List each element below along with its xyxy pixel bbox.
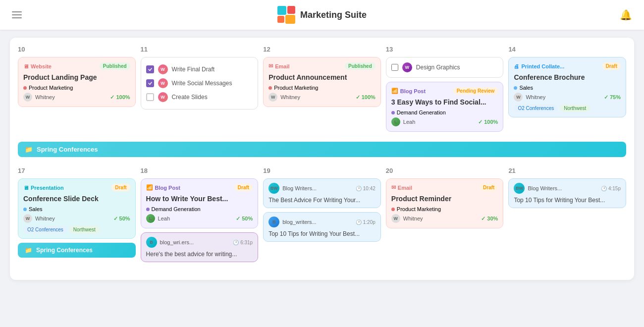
progress: ✓ 50% [236,216,253,222]
svg-rect-3 [285,15,295,24]
spring-banner-label: Spring Conferences [37,146,98,153]
blog-writer-header: B blog_wri.ers... 🕐 6:31p [146,237,253,248]
card-footer: L Leah ✓ 100% [391,117,498,126]
design-graphics-item[interactable]: W Design Graphics [386,57,504,78]
progress: ✓ 50% [113,216,130,222]
badge-draft: Draft [111,184,130,191]
blog-text: The Best Advice For Writing Your... [268,197,376,204]
svg-rect-0 [277,6,286,15]
tag-northwest: Northwest [69,226,100,233]
blog-avatar: BW [514,183,525,194]
task-avatar-2: W [158,78,168,88]
progress: ✓ 30% [481,216,498,222]
card-type-blog: 📶 Blog Post [391,88,426,94]
card-header: 🖨 Printed Collate... Draft [514,62,621,70]
calendar-grid: 10 🖥 Website Published Product Landing P… [10,38,634,280]
tag-northwest: Northwest [560,105,590,112]
task-item-2[interactable]: W Write Social Messages [146,76,253,90]
blog-writer-header: BW Blog Writers... 🕐 10:42 [268,183,376,194]
app-title: Marketing Suite [300,10,367,20]
blog-writer-name: blog_wri.ers... [160,239,194,245]
task-label-2: Write Social Messages [172,80,232,87]
blog-writer-info: B blog_wri.ers... [146,237,194,248]
card-type-presentation: 🖥 Presentation [23,185,64,191]
blog-text-2: Top 10 Tips for Writing Your Best... [268,230,376,237]
task-check-3[interactable] [146,93,154,101]
email-card-reminder[interactable]: ✉ Email Draft Product Reminder Product M… [386,178,504,228]
social-card-blog-writers-18[interactable]: B blog_wri.ers... 🕐 6:31p Here's the bes… [141,232,259,262]
card-footer: L Leah ✓ 50% [146,214,253,223]
blog-avatar: BW [268,183,279,194]
social-card-blog-writers-19-2[interactable]: B blog_writers... 🕐 1:20p Top 10 Tips fo… [263,212,381,242]
blog-writer-header: B blog_writers... 🕐 1:20p [268,217,376,227]
app-logo: Marketing Suite [277,6,367,24]
day-17: 17 🖥 Presentation Draft Conference Slide… [18,167,136,266]
main-content: 10 🖥 Website Published Product Landing P… [0,30,644,327]
card-type-email: ✉ Email [391,184,412,191]
spring-conferences-banner: 📁 Spring Conferences [18,142,626,157]
design-checkbox[interactable] [391,64,398,71]
task-item-3[interactable]: W Create Slides [146,90,253,104]
hamburger-menu[interactable] [12,11,22,18]
task-avatar-1: W [158,64,168,74]
card-title: Conference Slide Deck [23,194,130,203]
day-12-number: 12 [263,46,381,53]
presentation-card-slide-deck[interactable]: 🖥 Presentation Draft Conference Slide De… [18,178,136,239]
avatar-leah: L [146,214,155,223]
card-category: Sales [514,85,621,91]
social-card-blog-writers-21[interactable]: BW Blog Writers... 🕐 4:15p Top 10 Tips f… [508,178,626,208]
card-category: Product Marketing [268,85,376,91]
tag-row: O2 Conferences Northwest [514,105,621,112]
blog-writer-name-2: blog_writers... [282,219,316,225]
day-14-number: 14 [508,46,626,53]
card-category: Sales [23,206,130,212]
notification-bell[interactable]: 🔔 [620,9,632,21]
email-card-announcement[interactable]: ✉ Email Published Product Announcement P… [263,57,381,107]
printed-card-brochure[interactable]: 🖨 Printed Collate... Draft Conference Br… [508,57,626,117]
task-check-2[interactable] [146,79,154,87]
spring-banner-row: 📁 Spring Conferences [18,142,626,162]
day-19: 19 BW Blog Writers... 🕐 10:42 The Best A… [263,167,381,266]
progress: ✓ 100% [478,119,498,125]
day-19-number: 19 [263,167,381,174]
spring-sub-banner: 📁 Spring Conferences [18,243,136,258]
progress: ✓ 75% [604,94,621,101]
tag-row: O2 Conferences Northwest [23,226,130,233]
progress: ✓ 100% [356,94,376,101]
day-13: 13 W Design Graphics 📶 Blog Post Pending… [386,46,504,136]
card-title: Product Announcement [268,73,376,82]
avatar-whitney: W [268,93,277,102]
blog-time: 🕐 6:31p [233,240,253,245]
blog-writer-name: Blog Writers... [282,185,317,191]
card-footer: W Whitney ✓ 100% [23,93,130,102]
blog-writer-name: Blog Writers... [528,185,562,191]
badge-draft: Draft [234,184,253,191]
badge-published: Published [100,62,130,70]
logo-icon [277,6,295,24]
badge-pending: Pending Review [453,87,498,95]
tag-o2: O2 Conferences [23,226,67,233]
blog-time-2: 🕐 1:20p [356,219,376,225]
blog-post-card-best[interactable]: 📶 Blog Post Draft How to Write Your Best… [141,178,259,228]
card-category: Product Marketing [391,206,498,212]
website-card-landing[interactable]: 🖥 Website Published Product Landing Page… [18,57,136,107]
task-check-1[interactable] [146,65,154,73]
blog-post-card-social[interactable]: 📶 Blog Post Pending Review 3 Easy Ways t… [386,82,504,132]
avatar-whitney: W [391,214,400,223]
folder-icon-small: 📁 [25,247,32,254]
day-18-number: 18 [141,167,259,174]
blog-writer-info: B blog_writers... [268,217,316,227]
card-title: Conference Brochure [514,73,621,82]
design-label: Design Graphics [416,64,460,71]
social-card-blog-writers-19-1[interactable]: BW Blog Writers... 🕐 10:42 The Best Advi… [263,178,381,208]
blog-avatar-2: B [268,217,279,227]
svg-rect-1 [287,6,295,14]
day-20: 20 ✉ Email Draft Product Reminder Produc… [386,167,504,266]
blog-time: 🕐 4:15p [601,186,621,191]
card-category: Demand Generation [391,109,498,115]
task-item-1[interactable]: W Write Final Draft [146,62,253,76]
card-footer: W Whitney ✓ 30% [391,214,498,223]
spring-sub-label: Spring Conferences [36,247,93,254]
day-20-number: 20 [386,167,504,174]
card-footer: W Whitney ✓ 100% [268,93,376,102]
